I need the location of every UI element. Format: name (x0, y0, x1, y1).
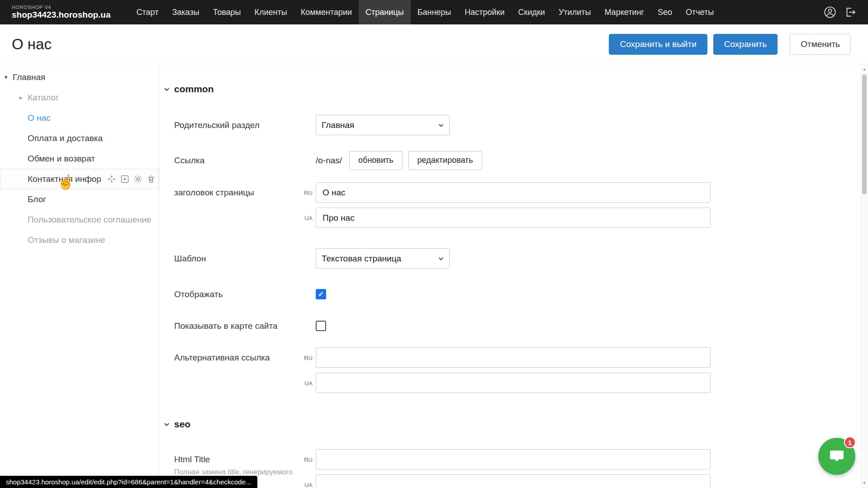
lang-row-ru: RU (316, 449, 711, 469)
nav-item-start[interactable]: Старт (130, 0, 166, 24)
cancel-button[interactable]: Отменить (790, 34, 851, 55)
parent-section-select[interactable]: Главная (316, 115, 450, 135)
nav-item-orders[interactable]: Заказы (165, 0, 206, 24)
tree-item-label: Отзывы о магазине (28, 235, 105, 245)
field-label: Родительский раздел (174, 115, 316, 135)
lang-ru-tag: RU (304, 456, 313, 463)
edit-link-button[interactable]: редактировать (408, 151, 482, 170)
section-common-toggle[interactable]: common (163, 83, 868, 95)
tree-item-label: Пользовательское соглашение (28, 215, 152, 225)
logout-icon[interactable] (844, 6, 856, 18)
tree-item-actions (107, 175, 156, 184)
tree-item-home[interactable]: ▾ Главная (0, 67, 159, 87)
page-header: О нас Сохранить и выйти Сохранить Отмени… (0, 24, 868, 64)
lang-ru-tag: RU (304, 354, 313, 361)
page-url-value: /o-nas/ (316, 156, 342, 166)
header-buttons: Сохранить и выйти Сохранить Отменить (609, 34, 851, 55)
form-row-display: Отображать ✓ (174, 284, 868, 304)
plus-square-icon[interactable] (120, 175, 129, 184)
alt-link-ru-input[interactable] (316, 347, 711, 368)
field-label: Отображать (174, 284, 316, 304)
form-row-template: Шаблон Текстовая страница (174, 248, 868, 269)
tree-item-store-reviews[interactable]: Отзывы о магазине (0, 230, 159, 250)
tree-item-contact-info[interactable]: Контактная инфор (0, 169, 159, 189)
lang-ru-tag: RU (304, 189, 313, 196)
chat-unread-badge: 1 (844, 436, 856, 448)
tree-item-label: О нас (28, 113, 51, 123)
nav-item-seo[interactable]: Seo (651, 0, 679, 24)
tree-item-about[interactable]: О нас (0, 108, 159, 128)
scroll-down-icon[interactable]: ▼ (861, 481, 868, 485)
tree-item-exchange-return[interactable]: Обмен и возврат (0, 148, 159, 169)
tree-item-label: Обмен и возврат (28, 154, 95, 164)
lang-inputs: RU UA (316, 347, 711, 393)
field-label-block: Html Title Полная замена title, генериру… (174, 449, 316, 477)
form-row-alt-link: Альтернативная ссылка RU UA (174, 347, 868, 393)
save-button[interactable]: Сохранить (713, 34, 778, 55)
lang-inputs: RU UA (316, 449, 711, 488)
section-title: common (174, 84, 214, 95)
form-row-link: Ссылка /o-nas/ обновить редактировать (174, 150, 868, 171)
section-seo-toggle[interactable]: seo (163, 418, 868, 430)
scroll-up-icon[interactable]: ▲ (861, 67, 868, 71)
nav-item-marketing[interactable]: Маркетинг (598, 0, 651, 24)
caret-right-icon[interactable]: ▸ (19, 94, 28, 101)
user-account-icon[interactable] (824, 6, 836, 19)
nav-item-settings[interactable]: Настройки (458, 0, 511, 24)
form-row-html-title: Html Title Полная замена title, генериру… (174, 449, 868, 488)
nav-item-comments[interactable]: Комментарии (294, 0, 359, 24)
chevron-down-icon (163, 86, 170, 93)
field-label: Шаблон (174, 248, 316, 269)
form-row-sitemap: Показывать в карте сайта (174, 316, 868, 336)
tree-item-label: Контактная инфор (28, 174, 101, 184)
parent-section-select-wrap: Главная (316, 115, 450, 135)
caret-down-icon[interactable]: ▾ (5, 74, 13, 81)
nav-item-products[interactable]: Товары (206, 0, 248, 24)
display-checkbox[interactable]: ✓ (316, 289, 326, 299)
form-row-page-title: заголовок страницы RU UA (174, 182, 868, 228)
field-hint: Полная замена title, генерируемого (174, 468, 316, 477)
html-title-ru-input[interactable] (316, 449, 711, 469)
tree-item-blog[interactable]: Блог (0, 189, 159, 209)
alt-link-ua-input[interactable] (316, 373, 711, 393)
top-menu: Старт Заказы Товары Клиенты Комментарии … (130, 0, 721, 24)
nav-item-clients[interactable]: Клиенты (248, 0, 294, 24)
lang-row-ua: UA (316, 474, 711, 488)
logo-shop-domain: shop34423.horoshop.ua (12, 10, 111, 20)
tree-item-catalog[interactable]: ▸ Каталог (0, 87, 159, 108)
lang-inputs: RU UA (316, 182, 711, 228)
chat-widget-button[interactable]: 1 (818, 438, 855, 475)
lang-row-ua: UA (316, 208, 711, 228)
tree-item-payment-delivery[interactable]: Оплата и доставка (0, 128, 159, 148)
form-row-parent-section: Родительский раздел Главная (174, 115, 868, 135)
page-title-ru-input[interactable] (316, 182, 711, 203)
page-title-ua-input[interactable] (316, 208, 711, 228)
nav-item-banners[interactable]: Баннеры (411, 0, 458, 24)
nav-item-reports[interactable]: Отчеты (679, 0, 721, 24)
html-title-ua-input[interactable] (316, 474, 711, 488)
top-bar: HOROSHOP V4 shop34423.horoshop.ua Старт … (0, 0, 868, 24)
logo[interactable]: HOROSHOP V4 shop34423.horoshop.ua (0, 0, 111, 24)
template-select[interactable]: Текстовая страница (316, 248, 450, 269)
page-edit-form: common Родительский раздел Главная Ссылк… (159, 64, 868, 488)
lang-row-ru: RU (316, 182, 711, 203)
tree-item-label: Блог (28, 194, 46, 204)
tree-item-user-agreement[interactable]: Пользовательское соглашение (0, 209, 159, 230)
vertical-scrollbar[interactable]: ▲ ▼ (860, 64, 868, 488)
field-label: заголовок страницы (174, 182, 316, 203)
lang-ua-tag: UA (304, 214, 313, 221)
page-title: О нас (12, 36, 52, 53)
save-and-exit-button[interactable]: Сохранить и выйти (609, 34, 707, 55)
nav-item-utilities[interactable]: Утилиты (552, 0, 598, 24)
refresh-link-button[interactable]: обновить (349, 151, 403, 170)
scroll-thumb[interactable] (862, 74, 867, 194)
chat-bubble-icon (828, 447, 846, 465)
move-icon[interactable] (107, 175, 116, 184)
gear-icon[interactable] (133, 175, 142, 184)
trash-icon[interactable] (147, 175, 156, 184)
nav-item-pages[interactable]: Страницы (359, 0, 411, 24)
sitemap-checkbox[interactable] (316, 321, 326, 331)
nav-item-discounts[interactable]: Скидки (512, 0, 552, 24)
check-icon: ✓ (318, 291, 324, 298)
tree-item-label: Оплата и доставка (28, 133, 103, 143)
